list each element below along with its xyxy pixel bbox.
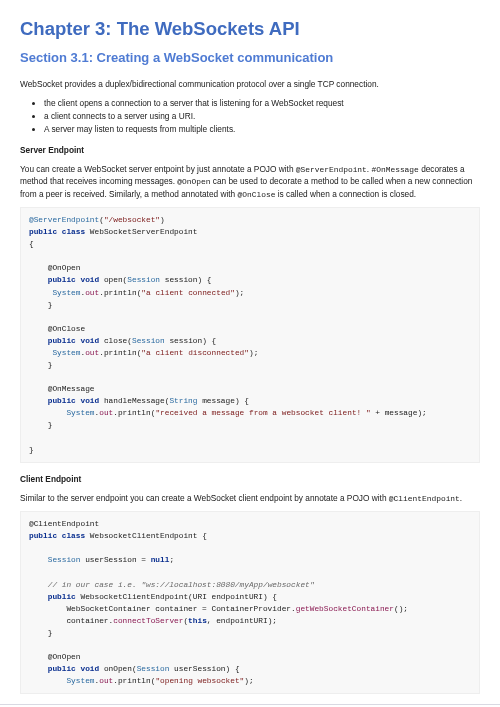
section-title: Section 3.1: Creating a WebSocket commun…	[20, 49, 480, 68]
chapter-title: Chapter 3: The WebSockets API	[20, 16, 480, 43]
server-paragraph: You can create a WebSocket server entpoi…	[20, 163, 480, 200]
list-item: A server may listen to requests from mul…	[44, 123, 480, 135]
server-heading: Server Endpoint	[20, 144, 480, 156]
client-paragraph: Similar to the server endpoint you can c…	[20, 492, 480, 504]
intro-paragraph: WebSocket provides a duplex/bidirectiona…	[20, 78, 480, 90]
server-code-block: @ServerEndpoint("/websocket") public cla…	[20, 207, 480, 463]
list-item: a client connects to a server using a UR…	[44, 110, 480, 122]
page-content: Chapter 3: The WebSockets API Section 3.…	[0, 0, 500, 694]
list-item: the client opens a connection to a serve…	[44, 97, 480, 109]
client-heading: Client Endpoint	[20, 473, 480, 485]
client-code-block: @ClientEndpoint public class WebsocketCl…	[20, 511, 480, 694]
feature-list: the client opens a connection to a serve…	[20, 97, 480, 135]
